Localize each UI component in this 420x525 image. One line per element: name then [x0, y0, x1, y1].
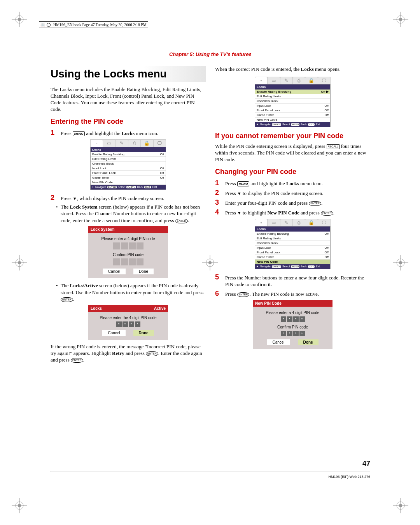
svg-point-19 — [18, 261, 21, 264]
subheading-change: Changing your PIN code — [215, 168, 370, 176]
step-text: Press ▼, which displays the PIN code ent… — [61, 194, 164, 202]
tv-footer: ✦ Navigate ENTER Select O+RTN Back EXIT … — [91, 185, 166, 190]
tab-icon: ▭ — [268, 77, 280, 84]
table-row: New PIN Code — [255, 260, 330, 264]
tv-menu-title: Locks — [255, 227, 330, 232]
step-number: 5 — [215, 273, 222, 281]
tab-icon: ⎙ — [293, 77, 305, 84]
crop-mark-icon — [12, 12, 27, 27]
table-row: Game TimerOff — [255, 113, 330, 118]
step-1: 1 Press MENU and highlight the Locks men… — [51, 129, 206, 137]
menu-button-icon: MENU — [73, 131, 85, 136]
table-row: Enable Rating BlockingOff ▶ — [255, 90, 330, 94]
book-icon: 📖 — [40, 23, 45, 27]
tab-icon: 🔒 — [305, 219, 317, 226]
step-1: 1Press MENU and highlight the Locks menu… — [215, 179, 370, 187]
crop-mark-icon — [12, 498, 27, 513]
chapter-title: Chapter 5: Using the TV's features — [51, 51, 370, 57]
done-button: Done — [298, 339, 318, 345]
tv-footer: ✦ Navigate ENTER Select MENU Back EXIT E… — [255, 122, 330, 127]
step-text: Press ▼ to display the PIN code entering… — [225, 189, 323, 197]
tab-icon: ⎙ — [128, 140, 140, 147]
crop-mark-icon — [393, 498, 408, 513]
enter-button-icon: ENTER — [71, 358, 83, 363]
tab-icon: ✎ — [280, 219, 292, 226]
bullet-item: The Lock System screen (below) appears i… — [51, 204, 206, 224]
table-row: Input LockOff — [255, 104, 330, 108]
down-arrow-icon: ▼ — [237, 191, 242, 196]
enter-button-icon: ENTER — [146, 351, 158, 356]
crop-mark-icon — [393, 12, 408, 27]
step-number: 1 — [51, 129, 58, 137]
divider — [51, 471, 370, 472]
crop-mark-icon — [12, 255, 27, 270]
svg-point-3 — [18, 18, 21, 21]
tab-icon: ✎ — [280, 77, 292, 84]
page: 📖 HM196_EN.book Page 47 Tuesday, May 30,… — [0, 0, 420, 525]
enter-button-icon: ENTER — [237, 292, 250, 297]
dialog-title: New PIN Code — [253, 300, 332, 307]
locks-menu-screenshot: ▫▭✎⎙🔒🖵 Locks Enable Rating BlockingOff E… — [255, 219, 331, 269]
section-title: Using the Locks menu — [51, 66, 206, 82]
subheading-entering: Entering the PIN code — [51, 118, 206, 126]
down-arrow-icon: ▼ — [73, 196, 77, 201]
locks-active-dialog: LocksActive Please enter the 4 digit PIN… — [88, 305, 168, 340]
tv-footer: ✦ Navigate ENTER Select MENU Back EXIT E… — [255, 264, 330, 269]
menu-button-icon: MENU — [237, 181, 250, 186]
pin-input: **** — [256, 331, 329, 336]
dialog-title: LocksActive — [88, 305, 168, 312]
table-row: Edit Rating Limits — [91, 157, 166, 162]
step-text: Press the Number buttons to enter a new … — [225, 273, 370, 288]
table-row: New PIN Code — [91, 180, 166, 185]
tab-icon: ▫ — [255, 219, 267, 226]
crop-mark-icon — [393, 255, 408, 270]
subheading-forgot: If you cannot remember your PIN code — [215, 132, 370, 140]
dialog-text: Please enter a 4 digit PIN code — [91, 237, 165, 241]
enter-button-icon: ENTER — [175, 219, 188, 223]
step-text: Press ENTER. The new PIN code is now act… — [225, 290, 319, 298]
dialog-text: Please enter a 4 digit PIN code — [256, 311, 329, 315]
table-row: Enable Rating BlockingOff — [255, 232, 330, 236]
enter-button-icon: ENTER — [321, 211, 333, 216]
table-row: New PIN Code — [255, 118, 330, 122]
table-row: Input LockOff — [91, 166, 166, 171]
svg-point-27 — [399, 261, 402, 264]
step-2: 2Press ▼ to display the PIN code enterin… — [215, 189, 370, 197]
enter-button-icon: ENTER — [61, 297, 73, 302]
svg-point-15 — [399, 504, 402, 507]
tv-menu-title: Locks — [255, 84, 330, 90]
step-text: Press MENU and highlight the Locks menu … — [61, 129, 158, 137]
tab-icon: ▭ — [103, 140, 115, 147]
dialog-text: Please enter the 4 digit PIN code — [91, 316, 165, 320]
tab-icon: 🔒 — [141, 140, 153, 147]
step-4: 4Press ▼ to highlight New PIN Code and p… — [215, 208, 370, 216]
svg-point-11 — [18, 504, 21, 507]
right-intro: When the correct PIN code is entered, th… — [215, 66, 370, 73]
tab-icon: ⎙ — [293, 219, 305, 226]
page-number: 47 — [362, 460, 370, 468]
forgot-text: While the PIN code entering screen is di… — [215, 143, 370, 163]
table-row: Channels Block — [255, 241, 330, 246]
table-row: Channels Block — [91, 162, 166, 166]
locks-menu-screenshot: ▫ ▭ ✎ ⎙ 🔒 🖵 Locks Enable Rating Blocking… — [90, 139, 166, 190]
recall-button-icon: RECALL — [327, 144, 340, 149]
tab-icon: 🔒 — [305, 77, 317, 84]
tab-icon: ▫ — [91, 140, 103, 147]
step-number: 1 — [215, 179, 222, 187]
step-text: Enter your four-digit PIN code and press… — [225, 198, 322, 207]
enter-button-icon: ENTER — [309, 201, 321, 206]
cancel-button: Cancel — [267, 339, 290, 345]
table-row: Game TimerOff — [255, 255, 330, 260]
new-pin-dialog: New PIN Code Please enter a 4 digit PIN … — [253, 300, 332, 349]
table-row: Front Panel LockOff — [255, 250, 330, 255]
intro-text: The Locks menu includes the Enable Ratin… — [51, 86, 206, 113]
step-number: 2 — [215, 189, 222, 197]
table-row: Front Panel LockOff — [91, 171, 166, 176]
content: Chapter 5: Using the TV's features Using… — [51, 51, 370, 491]
table-row: Front Panel LockOff — [255, 108, 330, 113]
step-2: 2 Press ▼, which displays the PIN code e… — [51, 194, 206, 202]
tab-icon: 🖵 — [318, 77, 330, 84]
pin-input: **** — [91, 321, 165, 327]
step-number: 6 — [215, 290, 222, 298]
circle-icon — [47, 23, 51, 27]
